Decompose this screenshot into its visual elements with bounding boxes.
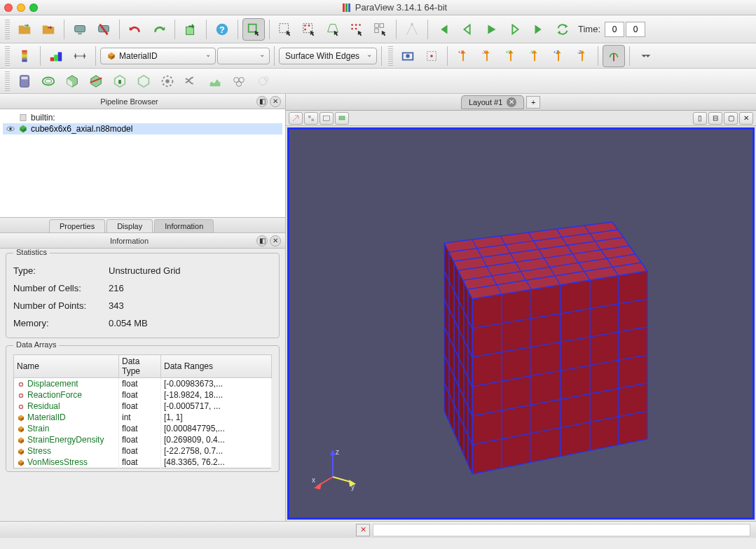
table-row[interactable]: StrainEnergyDensityfloat[0.269809, 0.4..… (14, 434, 272, 445)
orientation-axes: z y x (310, 447, 359, 496)
visibility-icon[interactable] (6, 124, 15, 134)
time-index-input[interactable] (626, 22, 645, 37)
tab-display[interactable]: Display (106, 219, 153, 232)
plus-x-button[interactable]: +X (452, 45, 474, 67)
table-row[interactable]: Strainfloat[0.000847795,... (14, 423, 272, 434)
minus-x-button[interactable]: -X (476, 45, 498, 67)
select-block-button[interactable] (369, 18, 392, 41)
redo-button[interactable] (148, 18, 170, 41)
view-tool-3[interactable] (319, 112, 334, 125)
undo-button[interactable] (124, 18, 146, 41)
toolbar-grip[interactable] (5, 46, 10, 66)
select-frustum-points-button[interactable] (345, 18, 368, 41)
last-frame-button[interactable] (528, 18, 550, 41)
clip-filter-button[interactable] (61, 70, 83, 92)
close-layout-icon[interactable]: ✕ (507, 97, 516, 107)
toolbar-grip[interactable] (5, 20, 10, 39)
select-points-button[interactable] (298, 18, 320, 41)
minus-z-button[interactable]: -Z (571, 45, 593, 67)
toolbar-grip[interactable] (388, 46, 393, 66)
maximize-view-button[interactable]: ▢ (724, 112, 738, 125)
zoom-to-data-button[interactable] (420, 45, 443, 67)
close-view-button[interactable]: ✕ (739, 112, 753, 125)
split-v-button[interactable]: ⊟ (708, 112, 722, 125)
contour-filter-button[interactable] (37, 70, 60, 92)
plus-y-button[interactable]: +Y (500, 45, 522, 67)
rescale-range-button[interactable] (69, 45, 91, 67)
svg-rect-54 (324, 116, 330, 120)
left-panel: Pipeline Browser ◧ ✕ builtin: cube6x6x6_… (0, 94, 286, 521)
table-row[interactable]: Displacementfloat[-0.00983673,... (14, 378, 272, 390)
component-combo[interactable] (217, 48, 270, 64)
view-tool-4[interactable] (335, 112, 349, 125)
toolbar-grip[interactable] (5, 71, 10, 91)
data-arrays-table[interactable]: Name Data Type Data Ranges Displacementf… (13, 354, 272, 468)
disconnect-button[interactable] (92, 18, 115, 41)
close-panel-button[interactable]: ✕ (270, 235, 281, 246)
close-window-button[interactable] (4, 4, 13, 12)
save-button[interactable] (37, 18, 60, 41)
undock-panel-button[interactable]: ◧ (256, 235, 268, 246)
tab-properties[interactable]: Properties (49, 219, 105, 232)
select-mode-button[interactable] (242, 18, 265, 41)
zoom-window-button[interactable] (29, 4, 38, 12)
stat-cells-label: Number of Cells: (13, 283, 104, 293)
stream-filter-button[interactable] (180, 70, 202, 92)
close-panel-button[interactable]: ✕ (270, 96, 281, 107)
table-row[interactable]: Stressfloat[-22.2758, 0.7... (14, 445, 272, 457)
apply-button[interactable] (179, 18, 202, 41)
prev-frame-button[interactable] (456, 18, 479, 41)
time-value-input[interactable] (605, 22, 624, 37)
reset-camera-button[interactable] (397, 45, 419, 67)
table-row[interactable]: MaterialIDint[1, 1] (14, 412, 272, 423)
information-panel-header: Information ◧ ✕ (0, 233, 285, 249)
main-toolbar-2: MaterialID Surface With Edges +X -X +Y -… (0, 43, 756, 69)
extract-filter-button[interactable] (132, 70, 155, 92)
select-frustum-cells-button[interactable] (322, 18, 344, 41)
col-range[interactable]: Data Ranges (161, 355, 272, 378)
svg-point-13 (355, 24, 357, 26)
render-view[interactable]: z y x (287, 127, 755, 520)
view-tool-1[interactable] (289, 112, 303, 125)
glyph-filter-button[interactable] (156, 70, 179, 92)
table-row[interactable]: Residualfloat[-0.0005717, ... (14, 401, 272, 412)
pipeline-item-cube[interactable]: cube6x6x6_axial.n88model (3, 123, 282, 134)
warp-filter-button[interactable] (204, 70, 226, 92)
scalar-bar-button[interactable] (13, 45, 36, 67)
layout-tab-1[interactable]: Layout #1 ✕ (461, 95, 524, 109)
pipeline-root[interactable]: builtin: (3, 112, 282, 123)
representation-combo[interactable]: Surface With Edges (279, 48, 377, 64)
next-frame-button[interactable] (504, 18, 526, 41)
col-name[interactable]: Name (14, 355, 119, 378)
slice-filter-button[interactable] (85, 70, 107, 92)
play-button[interactable] (480, 18, 502, 41)
table-row[interactable]: ReactionForcefloat[-18.9824, 18.... (14, 389, 272, 401)
minimize-window-button[interactable] (17, 4, 25, 12)
help-button[interactable]: ? (211, 18, 233, 41)
plus-z-button[interactable]: +Z (547, 45, 570, 67)
status-error-button[interactable]: ✕ (356, 524, 370, 536)
color-array-combo[interactable]: MaterialID (100, 48, 216, 64)
svg-rect-19 (375, 29, 379, 33)
point-data-icon (17, 380, 25, 389)
tab-information[interactable]: Information (154, 219, 214, 232)
col-type[interactable]: Data Type (119, 355, 161, 378)
table-row[interactable]: VonMisesStressfloat[48.3365, 76.2... (14, 457, 272, 468)
rotate-camera-button[interactable] (603, 45, 625, 67)
svg-text:x: x (312, 476, 315, 484)
pipeline-browser[interactable]: builtin: cube6x6x6_axial.n88model (0, 109, 285, 218)
select-cells-button[interactable] (274, 18, 296, 41)
calculator-filter-button[interactable] (13, 70, 36, 92)
minus-y-button[interactable]: -Y (523, 45, 546, 67)
open-button[interactable] (13, 18, 36, 41)
threshold-filter-button[interactable] (109, 70, 131, 92)
add-layout-button[interactable]: + (526, 96, 540, 109)
edit-color-map-button[interactable] (45, 45, 67, 67)
split-h-button[interactable]: ▯ (693, 112, 707, 125)
first-frame-button[interactable] (432, 18, 455, 41)
connect-button[interactable] (69, 18, 91, 41)
group-filter-button[interactable] (228, 70, 250, 92)
undock-panel-button[interactable]: ◧ (256, 96, 268, 107)
toolbar-overflow-button[interactable] (634, 45, 657, 67)
loop-button[interactable] (551, 18, 574, 41)
